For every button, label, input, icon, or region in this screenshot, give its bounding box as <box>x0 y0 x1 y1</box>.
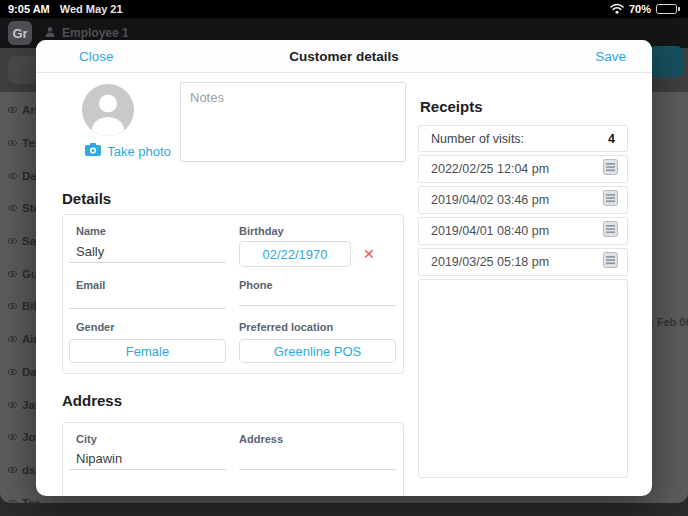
notes-input[interactable] <box>180 82 406 162</box>
avatar <box>82 84 134 136</box>
phone-input[interactable] <box>239 285 396 306</box>
person-icon <box>44 26 56 41</box>
take-photo-button[interactable]: Take photo <box>66 143 190 159</box>
receipt-icon[interactable] <box>603 190 618 210</box>
status-bar: 9:05 AM Wed May 21 70% <box>0 0 688 18</box>
city-input[interactable] <box>69 449 226 470</box>
address-card: City Address <box>62 422 404 496</box>
city-label: City <box>76 433 97 445</box>
visits-count: 4 <box>608 132 615 146</box>
birthday-label: Birthday <box>239 225 284 237</box>
receipt-icon[interactable] <box>603 252 618 272</box>
background-add-customer-button[interactable] <box>648 46 684 77</box>
wifi-icon <box>610 3 624 16</box>
greenline-logo[interactable]: Gr <box>8 21 32 45</box>
address-heading: Address <box>62 392 122 409</box>
battery-icon <box>656 4 680 14</box>
receipt-icon[interactable] <box>603 221 618 241</box>
receipt-icon[interactable] <box>603 159 618 179</box>
address-input[interactable] <box>239 449 396 470</box>
clock-time: 9:05 AM <box>8 3 50 15</box>
customer-name: Tes <box>22 497 41 503</box>
modal-title: Customer details <box>36 49 652 64</box>
receipts-empty-area <box>418 279 628 478</box>
receipt-date: 2019/04/02 03:46 pm <box>431 193 549 207</box>
receipt-date: 2019/03/25 05:18 pm <box>431 255 549 269</box>
battery-percent: 70% <box>629 3 651 15</box>
details-heading: Details <box>62 190 111 207</box>
customer-details-modal: Close Customer details Save Take photo D… <box>36 40 652 496</box>
receipts-panel: Number of visits: 4 2022/02/25 12:04 pm … <box>418 125 628 478</box>
receipt-row[interactable]: 2019/04/02 03:46 pm <box>418 186 628 214</box>
name-label: Name <box>76 225 106 237</box>
receipt-row[interactable]: 2019/03/25 05:18 pm <box>418 248 628 276</box>
birthday-picker[interactable]: 02/22/1970 <box>239 241 351 267</box>
save-button[interactable]: Save <box>595 49 626 64</box>
take-photo-label: Take photo <box>107 144 171 159</box>
details-card: Name Birthday 02/22/1970 ✕ Email Phone G… <box>62 214 404 374</box>
gender-label: Gender <box>76 321 115 333</box>
receipts-heading: Receipts <box>420 98 483 115</box>
receipt-row[interactable]: 2022/02/25 12:04 pm <box>418 155 628 183</box>
employee-menu[interactable]: Employee 1 <box>44 26 129 41</box>
receipt-date: 2019/04/01 08:40 pm <box>431 224 549 238</box>
name-input[interactable] <box>69 242 226 263</box>
preferred-location-label: Preferred location <box>239 321 333 333</box>
preferred-location-select[interactable]: Greenline POS <box>239 339 396 363</box>
address-label: Address <box>239 433 283 445</box>
visits-row: Number of visits: 4 <box>418 125 628 152</box>
gender-select[interactable]: Female <box>69 339 226 363</box>
clear-birthday-button[interactable]: ✕ <box>363 247 375 261</box>
status-date: Wed May 21 <box>60 3 123 15</box>
receipt-date: 2022/02/25 12:04 pm <box>431 162 549 176</box>
employee-name: Employee 1 <box>62 26 129 40</box>
email-input[interactable] <box>69 288 226 309</box>
visits-label: Number of visits: <box>431 132 524 146</box>
receipt-row[interactable]: 2019/04/01 08:40 pm <box>418 217 628 245</box>
modal-header: Close Customer details Save <box>36 40 652 73</box>
camera-icon <box>85 143 101 159</box>
